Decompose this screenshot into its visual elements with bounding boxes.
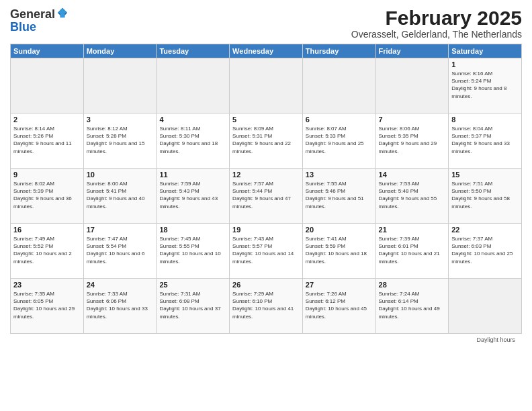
day-info: Sunrise: 8:16 AM Sunset: 5:24 PM Dayligh…: [451, 70, 519, 100]
day-info: Sunrise: 7:51 AM Sunset: 5:50 PM Dayligh…: [451, 180, 519, 210]
day-info: Sunrise: 7:37 AM Sunset: 6:03 PM Dayligh…: [451, 235, 519, 265]
calendar-day-cell: 2Sunrise: 8:14 AM Sunset: 5:26 PM Daylig…: [11, 113, 84, 169]
calendar-day-cell: 23Sunrise: 7:35 AM Sunset: 6:05 PM Dayli…: [11, 279, 84, 334]
day-info: Sunrise: 7:24 AM Sunset: 6:14 PM Dayligh…: [379, 290, 446, 320]
day-info: Sunrise: 7:43 AM Sunset: 5:57 PM Dayligh…: [232, 235, 300, 265]
calendar-day-cell: 26Sunrise: 7:29 AM Sunset: 6:10 PM Dayli…: [230, 279, 303, 334]
calendar-day-cell: 4Sunrise: 8:11 AM Sunset: 5:30 PM Daylig…: [157, 113, 230, 169]
day-number: 14: [379, 171, 446, 179]
day-info: Sunrise: 8:14 AM Sunset: 5:26 PM Dayligh…: [13, 125, 81, 155]
day-number: 8: [451, 116, 519, 124]
day-number: 4: [159, 116, 226, 124]
calendar-header-row: SundayMondayTuesdayWednesdayThursdayFrid…: [11, 44, 522, 58]
day-number: 7: [379, 116, 446, 124]
day-number: 22: [451, 226, 519, 234]
calendar-week-row: 9Sunrise: 8:02 AM Sunset: 5:39 PM Daylig…: [11, 169, 522, 224]
svg-marker-1: [58, 8, 67, 17]
calendar-header-cell: Saturday: [449, 44, 522, 58]
day-info: Sunrise: 7:35 AM Sunset: 6:05 PM Dayligh…: [13, 290, 81, 320]
calendar-table: SundayMondayTuesdayWednesdayThursdayFrid…: [10, 44, 522, 334]
calendar-day-cell: [302, 58, 375, 113]
calendar-day-cell: 5Sunrise: 8:09 AM Sunset: 5:31 PM Daylig…: [230, 113, 303, 169]
day-number: 24: [87, 281, 154, 289]
day-info: Sunrise: 7:29 AM Sunset: 6:10 PM Dayligh…: [232, 290, 300, 320]
day-number: 11: [159, 171, 226, 179]
day-number: 18: [159, 226, 226, 234]
calendar-day-cell: 16Sunrise: 7:49 AM Sunset: 5:52 PM Dayli…: [11, 224, 84, 279]
day-info: Sunrise: 7:31 AM Sunset: 6:08 PM Dayligh…: [159, 290, 226, 320]
day-number: 12: [232, 171, 300, 179]
day-number: 13: [306, 171, 373, 179]
logo-general-text: General: [10, 8, 55, 20]
calendar-week-row: 23Sunrise: 7:35 AM Sunset: 6:05 PM Dayli…: [11, 279, 522, 334]
calendar-day-cell: 25Sunrise: 7:31 AM Sunset: 6:08 PM Dayli…: [157, 279, 230, 334]
calendar-header-cell: Tuesday: [157, 44, 230, 58]
day-number: 20: [306, 226, 373, 234]
day-info: Sunrise: 8:07 AM Sunset: 5:33 PM Dayligh…: [306, 125, 373, 155]
day-number: 3: [87, 116, 154, 124]
day-number: 6: [306, 116, 373, 124]
calendar-day-cell: 19Sunrise: 7:43 AM Sunset: 5:57 PM Dayli…: [230, 224, 303, 279]
header: General Blue February 2025 Overasselt, G…: [10, 7, 522, 40]
day-info: Sunrise: 7:33 AM Sunset: 6:06 PM Dayligh…: [87, 290, 154, 320]
calendar-week-row: 2Sunrise: 8:14 AM Sunset: 5:26 PM Daylig…: [11, 113, 522, 169]
logo-blue-text: Blue: [10, 20, 36, 34]
calendar-day-cell: 21Sunrise: 7:39 AM Sunset: 6:01 PM Dayli…: [375, 224, 449, 279]
calendar-day-cell: 10Sunrise: 8:00 AM Sunset: 5:41 PM Dayli…: [83, 169, 157, 224]
day-number: 21: [379, 226, 446, 234]
calendar-header-cell: Wednesday: [230, 44, 303, 58]
calendar-day-cell: [375, 58, 449, 113]
title-block: February 2025 Overasselt, Gelderland, Th…: [351, 7, 522, 40]
day-info: Sunrise: 7:53 AM Sunset: 5:48 PM Dayligh…: [379, 180, 446, 210]
day-info: Sunrise: 7:57 AM Sunset: 5:44 PM Dayligh…: [232, 180, 300, 210]
calendar-day-cell: 17Sunrise: 7:47 AM Sunset: 5:54 PM Dayli…: [83, 224, 157, 279]
calendar-header-cell: Friday: [375, 44, 449, 58]
calendar-day-cell: 13Sunrise: 7:55 AM Sunset: 5:46 PM Dayli…: [302, 169, 375, 224]
calendar-day-cell: 28Sunrise: 7:24 AM Sunset: 6:14 PM Dayli…: [375, 279, 449, 334]
day-number: 1: [451, 60, 519, 68]
day-number: 23: [13, 281, 81, 289]
day-info: Sunrise: 7:41 AM Sunset: 5:59 PM Dayligh…: [306, 235, 373, 265]
day-number: 27: [306, 281, 373, 289]
day-info: Sunrise: 8:11 AM Sunset: 5:30 PM Dayligh…: [159, 125, 226, 155]
calendar-day-cell: 9Sunrise: 8:02 AM Sunset: 5:39 PM Daylig…: [11, 169, 84, 224]
calendar-header-cell: Monday: [83, 44, 157, 58]
day-info: Sunrise: 8:12 AM Sunset: 5:28 PM Dayligh…: [87, 125, 154, 155]
calendar-day-cell: [230, 58, 303, 113]
logo-icon: [56, 7, 69, 19]
day-info: Sunrise: 7:26 AM Sunset: 6:12 PM Dayligh…: [306, 290, 373, 320]
calendar-week-row: 16Sunrise: 7:49 AM Sunset: 5:52 PM Dayli…: [11, 224, 522, 279]
location-text: Overasselt, Gelderland, The Netherlands: [351, 29, 522, 40]
day-number: 28: [379, 281, 446, 289]
day-number: 25: [159, 281, 226, 289]
day-info: Sunrise: 7:55 AM Sunset: 5:46 PM Dayligh…: [306, 180, 373, 210]
day-info: Sunrise: 8:04 AM Sunset: 5:37 PM Dayligh…: [451, 125, 519, 155]
calendar-day-cell: 22Sunrise: 7:37 AM Sunset: 6:03 PM Dayli…: [449, 224, 522, 279]
calendar-day-cell: [449, 279, 522, 334]
day-number: 26: [232, 281, 300, 289]
day-info: Sunrise: 8:09 AM Sunset: 5:31 PM Dayligh…: [232, 125, 300, 155]
day-info: Sunrise: 7:59 AM Sunset: 5:43 PM Dayligh…: [159, 180, 226, 210]
calendar-day-cell: 12Sunrise: 7:57 AM Sunset: 5:44 PM Dayli…: [230, 169, 303, 224]
calendar-header-cell: Thursday: [302, 44, 375, 58]
footer-label: Daylight hours: [476, 336, 515, 343]
day-number: 16: [13, 226, 81, 234]
calendar-day-cell: 14Sunrise: 7:53 AM Sunset: 5:48 PM Dayli…: [375, 169, 449, 224]
calendar-day-cell: 11Sunrise: 7:59 AM Sunset: 5:43 PM Dayli…: [157, 169, 230, 224]
day-info: Sunrise: 7:39 AM Sunset: 6:01 PM Dayligh…: [379, 235, 446, 265]
calendar-day-cell: [83, 58, 157, 113]
calendar-header-cell: Sunday: [11, 44, 84, 58]
calendar-day-cell: 27Sunrise: 7:26 AM Sunset: 6:12 PM Dayli…: [302, 279, 375, 334]
calendar-day-cell: 20Sunrise: 7:41 AM Sunset: 5:59 PM Dayli…: [302, 224, 375, 279]
day-info: Sunrise: 7:47 AM Sunset: 5:54 PM Dayligh…: [87, 235, 154, 265]
day-number: 9: [13, 171, 81, 179]
calendar-day-cell: 1Sunrise: 8:16 AM Sunset: 5:24 PM Daylig…: [449, 58, 522, 113]
day-info: Sunrise: 8:06 AM Sunset: 5:35 PM Dayligh…: [379, 125, 446, 155]
calendar-day-cell: [157, 58, 230, 113]
day-number: 10: [87, 171, 154, 179]
calendar-day-cell: 18Sunrise: 7:45 AM Sunset: 5:55 PM Dayli…: [157, 224, 230, 279]
day-number: 19: [232, 226, 300, 234]
logo: General Blue: [10, 7, 69, 34]
calendar-day-cell: 8Sunrise: 8:04 AM Sunset: 5:37 PM Daylig…: [449, 113, 522, 169]
calendar-week-row: 1Sunrise: 8:16 AM Sunset: 5:24 PM Daylig…: [11, 58, 522, 113]
